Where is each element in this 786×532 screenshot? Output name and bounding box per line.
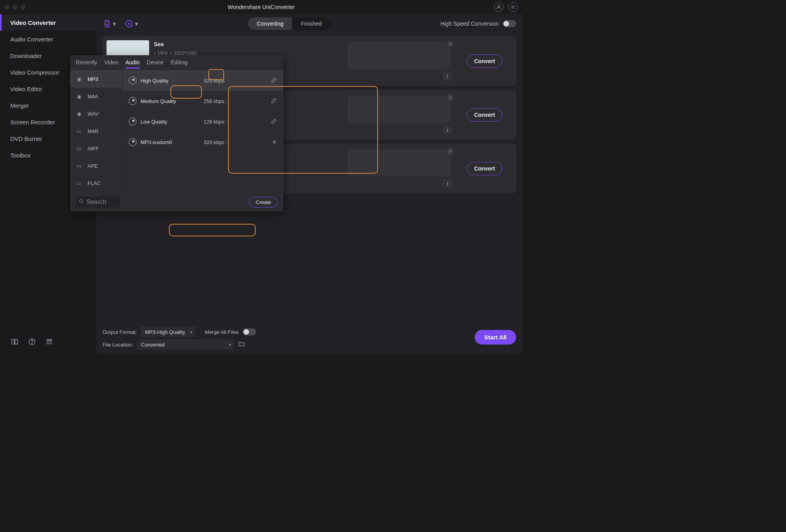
quality-custom0[interactable]: MP3-custom0 320 kbps ✕: [122, 132, 283, 152]
sidebar-item-video-converter[interactable]: Video Converter: [0, 14, 96, 31]
window-controls: [5, 5, 25, 9]
svg-point-0: [498, 5, 500, 7]
edit-icon[interactable]: [271, 77, 277, 84]
popup-tab-audio[interactable]: Audio: [125, 59, 140, 67]
start-all-button[interactable]: Start All: [475, 330, 516, 345]
disc-icon: ◉: [75, 92, 83, 100]
sidebar-label: Merger: [10, 102, 29, 109]
sidebar-label: Downloader: [10, 52, 42, 59]
toolbar: ▾ ▾ Converting Finished High Speed Conve…: [96, 14, 522, 33]
minimize-window[interactable]: [13, 5, 17, 9]
format-list[interactable]: ◉MP3 ◉M4A ◉WAV ▭M4R ▭AIFF ▭APE ▭FLAC: [70, 70, 122, 193]
svg-point-17: [80, 200, 83, 203]
edit-icon[interactable]: [271, 118, 277, 126]
output-format-label: Output Format:: [103, 329, 137, 335]
quality-high[interactable]: High Quality 320 kbps: [122, 70, 283, 91]
gear-icon[interactable]: [447, 94, 454, 103]
output-format-value: MP3-High Quality: [145, 329, 185, 335]
disc-icon: ◉: [75, 75, 83, 83]
feedback-icon[interactable]: [45, 337, 54, 346]
convert-button[interactable]: Convert: [467, 162, 503, 175]
disc-icon: ◉: [75, 110, 83, 118]
quality-low[interactable]: Low Quality 128 kbps: [122, 111, 283, 132]
gear-icon[interactable]: [447, 40, 454, 49]
output-settings-box[interactable]: [348, 42, 450, 69]
quality-medium[interactable]: Medium Quality 256 kbps: [122, 91, 283, 111]
add-disc-button[interactable]: ▾: [125, 19, 138, 28]
badge-icon: ▭: [75, 144, 83, 152]
dial-icon: [129, 77, 137, 84]
svg-point-5: [32, 343, 32, 344]
sidebar-item-audio-converter[interactable]: Audio Converter: [0, 31, 96, 47]
menu-icon[interactable]: [508, 2, 518, 12]
create-button[interactable]: Create: [249, 197, 278, 208]
quality-name: MP3-custom0: [140, 139, 200, 145]
guide-icon[interactable]: [10, 337, 19, 346]
badge-icon: ▭: [75, 162, 83, 170]
edit-icon[interactable]: [271, 97, 277, 105]
tab-converting[interactable]: Converting: [248, 17, 292, 30]
search-input[interactable]: Search: [76, 197, 120, 208]
info-button[interactable]: i: [443, 179, 452, 188]
sidebar-label: DVD Burner: [10, 135, 42, 142]
output-settings-box[interactable]: [348, 96, 450, 123]
format-flac[interactable]: ▭FLAC: [70, 174, 122, 192]
popup-tab-video[interactable]: Video: [104, 59, 118, 67]
format-mp3[interactable]: ◉MP3: [70, 70, 122, 88]
output-settings-box[interactable]: [348, 149, 450, 177]
format-popup: Recently Video Audio Device Editing ◉MP3…: [70, 55, 283, 212]
format-m4r[interactable]: ▭M4R: [70, 122, 122, 140]
help-icon[interactable]: [28, 337, 36, 346]
format-label: WAV: [88, 111, 99, 117]
open-folder-icon[interactable]: [238, 340, 245, 349]
info-button[interactable]: i: [443, 126, 452, 134]
high-speed-toggle[interactable]: [503, 20, 516, 27]
info-button[interactable]: i: [443, 72, 452, 81]
convert-button[interactable]: Convert: [467, 54, 503, 68]
format-label: AIFF: [88, 146, 99, 152]
titlebar: Wondershare UniConverter: [0, 0, 522, 14]
search-placeholder: Search: [86, 199, 107, 206]
format-aiff[interactable]: ▭AIFF: [70, 140, 122, 157]
quality-name: Low Quality: [140, 119, 200, 125]
delete-icon[interactable]: ✕: [272, 139, 277, 146]
maximize-window[interactable]: [21, 5, 25, 9]
svg-point-15: [450, 97, 452, 99]
sidebar-label: Audio Converter: [10, 36, 53, 43]
convert-button[interactable]: Convert: [467, 108, 503, 122]
sidebar-label: Video Editor: [10, 86, 42, 92]
tab-finished[interactable]: Finished: [292, 17, 330, 30]
quality-rate: 256 kbps: [204, 98, 267, 104]
quality-rate: 320 kbps: [204, 78, 267, 84]
format-label: M4R: [88, 128, 98, 134]
format-wav[interactable]: ◉WAV: [70, 105, 122, 122]
output-format-select[interactable]: MP3-High Quality▾: [141, 327, 195, 337]
sidebar-label: Video Converter: [10, 19, 56, 26]
file-location-value: Converted: [141, 342, 165, 348]
svg-point-7: [50, 339, 52, 342]
sidebar-label: Screen Recorder: [10, 119, 55, 126]
add-file-button[interactable]: ▾: [103, 19, 116, 28]
account-icon[interactable]: [494, 2, 503, 12]
merge-toggle[interactable]: [243, 328, 256, 335]
quality-name: High Quality: [140, 78, 200, 84]
high-speed-label: High Speed Conversion: [440, 21, 499, 27]
file-location-label: File Location:: [103, 342, 133, 348]
file-location-select[interactable]: Converted▾: [137, 339, 234, 350]
sidebar-label: Toolbox: [10, 152, 31, 159]
popup-tab-recently[interactable]: Recently: [76, 59, 97, 67]
app-title: Wondershare UniConverter: [228, 4, 295, 10]
svg-point-14: [450, 43, 452, 45]
quality-name: Medium Quality: [140, 98, 200, 104]
format-label: M4A: [88, 94, 98, 99]
quality-rate: 128 kbps: [204, 119, 267, 125]
close-window[interactable]: [5, 5, 9, 9]
format-m4a[interactable]: ◉M4A: [70, 88, 122, 105]
svg-line-18: [82, 202, 83, 203]
search-icon: [79, 199, 84, 206]
dial-icon: [129, 118, 137, 126]
popup-tab-editing[interactable]: Editing: [171, 59, 188, 67]
popup-tab-device[interactable]: Device: [147, 59, 164, 67]
format-ape[interactable]: ▭APE: [70, 157, 122, 174]
gear-icon[interactable]: [447, 148, 454, 156]
